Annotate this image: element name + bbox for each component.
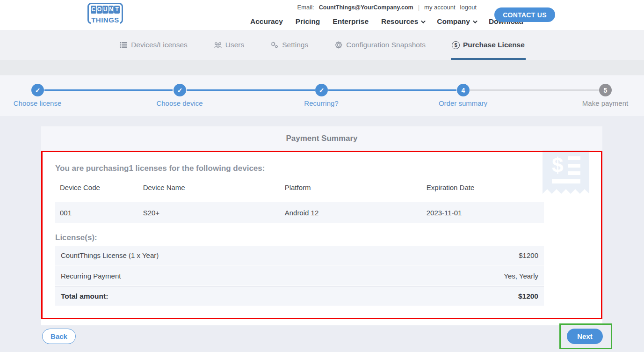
- my-account-link[interactable]: my account: [424, 4, 455, 11]
- stepper-connector: [44, 89, 173, 91]
- tab-settings[interactable]: Settings: [269, 30, 309, 60]
- device-name-cell: S20+: [138, 209, 280, 217]
- countthings-logo[interactable]: C O U N T THINGS: [87, 3, 123, 24]
- nav-company[interactable]: Company: [437, 17, 476, 26]
- col-platform: Platform: [280, 183, 422, 191]
- device-table-header: Device Code Device Name Platform Expirat…: [55, 182, 544, 193]
- step-label: Choose device: [156, 99, 203, 107]
- chevron-down-icon: [473, 19, 478, 23]
- step-check-icon: ✓: [315, 84, 328, 96]
- step-label: Make payment: [582, 99, 628, 107]
- purchase-intro-text: You are purchasing1 licenses for the fol…: [55, 164, 265, 173]
- license-price: $1200: [519, 251, 538, 259]
- purchase-license-page: C O U N T THINGS Email: CountThings@Your…: [0, 0, 644, 352]
- nav-resources[interactable]: Resources: [381, 17, 424, 26]
- nav-enterprise[interactable]: Enterprise: [333, 17, 369, 26]
- tab-users[interactable]: Users: [213, 30, 245, 60]
- col-device-code: Device Code: [55, 183, 138, 191]
- payment-summary-card: Payment Summary $ You are purchasing1 li…: [41, 126, 602, 325]
- account-tabbar: Devices/Licenses Users Settings Configur…: [0, 30, 644, 60]
- stepper-connector: [187, 89, 315, 91]
- license-name: CountThings License (1 x Year): [61, 251, 159, 259]
- device-table-row: 001 S20+ Android 12 2023-11-01: [55, 202, 544, 223]
- dollar-circle-icon: $: [452, 41, 460, 49]
- contact-us-button[interactable]: CONTACT US: [494, 7, 555, 22]
- tab-devices-licenses[interactable]: Devices/Licenses: [118, 30, 188, 60]
- step-label: Choose license: [14, 99, 62, 107]
- step-label: Recurring?: [304, 99, 338, 107]
- gear-icon: [334, 41, 343, 49]
- purchase-stepper: ✓ Choose license ✓ Choose device ✓ Recur…: [0, 75, 644, 116]
- step-check-icon: ✓: [174, 84, 186, 96]
- stepper-connector: [470, 89, 599, 91]
- gears-icon: [270, 41, 279, 49]
- col-expiration-date: Expiration Date: [422, 183, 544, 191]
- platform-cell: Android 12: [280, 209, 422, 217]
- step-check-icon: ✓: [31, 84, 44, 96]
- step-label: Order summary: [439, 99, 487, 107]
- recurring-label: Recurring Payment: [61, 272, 121, 280]
- license-row: Recurring Payment Yes, Yearly: [55, 266, 544, 286]
- col-device-name: Device Name: [138, 183, 280, 191]
- expiration-date-cell: 2023-11-01: [422, 209, 544, 217]
- email-value: CountThings@YourCompany.com: [319, 4, 413, 11]
- license-row: CountThings License (1 x Year) $1200: [55, 246, 544, 265]
- card-title: Payment Summary: [41, 126, 602, 151]
- next-button[interactable]: Next: [567, 329, 603, 344]
- nav-accuracy[interactable]: Accuracy: [250, 17, 283, 26]
- back-button[interactable]: Back: [42, 329, 76, 344]
- step-number: 5: [599, 84, 612, 96]
- list-icon: [119, 41, 128, 49]
- logo-things-text: THINGS: [91, 16, 120, 24]
- account-row: Email: CountThings@YourCompany.com | my …: [297, 4, 477, 11]
- svg-text:$: $: [552, 154, 563, 176]
- total-value: $1200: [518, 292, 538, 301]
- top-header: C O U N T THINGS Email: CountThings@Your…: [0, 0, 644, 30]
- nav-pricing[interactable]: Pricing: [296, 17, 320, 26]
- licenses-section-label: License(s):: [55, 233, 97, 242]
- step-number: 4: [457, 84, 470, 96]
- tab-configuration-snapshots[interactable]: Configuration Snapshots: [333, 30, 427, 60]
- stepper-connector: [328, 89, 456, 91]
- total-label: Total amount:: [61, 292, 108, 301]
- device-code-cell: 001: [55, 209, 138, 217]
- email-label: Email:: [297, 4, 314, 11]
- users-icon: [214, 41, 222, 49]
- receipt-watermark-icon: $: [543, 150, 589, 199]
- chevron-down-icon: [421, 19, 426, 23]
- tab-purchase-license[interactable]: $ Purchase License: [451, 30, 526, 60]
- logo-count-row: C O U N T: [91, 6, 120, 14]
- main-nav: Accuracy Pricing Enterprise Resources Co…: [250, 17, 523, 26]
- separator: |: [418, 4, 420, 11]
- divider-band: [0, 60, 644, 75]
- recurring-value: Yes, Yearly: [504, 272, 538, 280]
- total-row: Total amount: $1200: [55, 286, 544, 306]
- logout-link[interactable]: logout: [460, 4, 477, 11]
